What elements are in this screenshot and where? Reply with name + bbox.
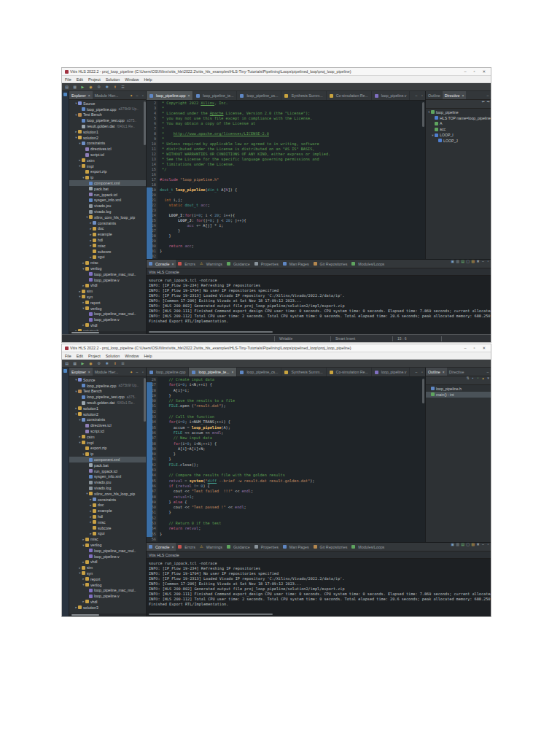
cosimulation-icon[interactable]: ✱ [105, 85, 109, 89]
minimize-panel-icon[interactable]: – [481, 543, 485, 546]
pin-console-icon[interactable]: ✖ [476, 260, 480, 263]
tree-item-test-bench[interactable]: ▾Test Bench [69, 389, 146, 395]
tree-item-run-ippack.tcl[interactable]: run_ippack.tcl [69, 468, 146, 474]
tree-item-loop-pipeline-test.cpp[interactable]: loop_pipeline_test.cppa375.. [69, 394, 146, 400]
tree-item-source[interactable]: ▾Source [69, 377, 146, 383]
new-console-icon[interactable]: ▣ [451, 260, 454, 263]
explorer-vscrollbar[interactable] [144, 378, 146, 422]
tree-item-component.xml[interactable]: component.xml [69, 180, 146, 186]
editor-tab-loop-pipeline.v[interactable]: loop_pipeline.v [372, 91, 411, 100]
close-button[interactable]: ✕ [478, 69, 489, 74]
tree-item-doc[interactable]: ▸doc [69, 503, 146, 508]
minimize-panel-icon[interactable]: – [485, 91, 491, 99]
tree-item-doc[interactable]: ▸doc [69, 226, 146, 232]
tree-item-xgui[interactable]: ▸xgui [69, 531, 146, 537]
sort-icon[interactable]: ⇅ [466, 376, 470, 380]
tree-item-csim[interactable]: ▸csim [69, 434, 146, 440]
tree-item-syn[interactable]: ▾syn [69, 294, 146, 300]
console-tab-modules-loops[interactable]: Modules/Loops [349, 543, 386, 551]
console-tab-errors[interactable]: Errors [176, 260, 197, 268]
console-tab-git-repositories[interactable]: Git Repositories [311, 260, 350, 268]
menu-solution[interactable]: Solution [106, 77, 120, 82]
tree-item-hls-top-name-loop-pipeline[interactable]: HLS TOP name=loop_pipeline [426, 115, 491, 121]
pin-console-icon[interactable]: ✖ [476, 543, 480, 546]
cosimulation-icon[interactable]: ✱ [105, 362, 109, 365]
console-output[interactable]: source run_ippack.tcl -notraceINFO: [IP_… [147, 276, 491, 334]
scroll-lock-icon[interactable]: ▢ [466, 543, 470, 546]
explorer-tab-module-hier-[interactable]: Module Hier... [93, 368, 121, 376]
tree-item-constraints[interactable]: ▸constraints [69, 220, 146, 226]
tree-item-loop-j[interactable]: LOOP_J [426, 138, 491, 144]
tree-item-export.zip[interactable]: export.zip [69, 446, 146, 452]
explorer-vscrollbar[interactable] [144, 101, 146, 145]
c-simulation-icon[interactable]: ◉ [89, 362, 93, 365]
editor-tab-loop-pipeline.cpp[interactable]: loop_pipeline.cpp [147, 368, 189, 376]
tree-item-solution1[interactable]: ▸solution1 [69, 129, 146, 135]
close-tab-icon[interactable]: × [88, 93, 90, 98]
console-tab-guidance[interactable]: Guidance [225, 543, 252, 551]
maximize-panel-icon[interactable]: ▫ [486, 260, 490, 263]
editor-vscrollbar[interactable] [422, 379, 424, 403]
tree-item-a[interactable]: A [426, 121, 491, 127]
close-button[interactable]: ✕ [478, 346, 489, 350]
explorer-tab-module-hier-[interactable]: Module Hier... [93, 91, 121, 99]
view-menu-icon[interactable]: ✦ [128, 368, 134, 376]
minimize-panel-icon[interactable]: – [134, 91, 140, 99]
tree-item-loop-pipeline-test.cpp[interactable]: loop_pipeline_test.cppa375.. [69, 117, 146, 123]
maximize-panel-icon[interactable]: ▫ [486, 543, 490, 546]
explorer-hscrollbar[interactable] [69, 331, 146, 334]
menu-window[interactable]: Window [125, 77, 139, 82]
tree-item-verilog[interactable]: ▾verilog [69, 582, 146, 588]
tree-item-impl[interactable]: ▾impl [69, 163, 146, 169]
explorer-tab-explorer[interactable]: Explorer× [69, 91, 93, 99]
close-tab-icon[interactable]: × [88, 370, 90, 374]
maximize-button[interactable]: ▫ [470, 346, 478, 350]
editor-tab-loop-pipeline-cs...[interactable]: loop_pipeline_cs... [237, 91, 281, 100]
display-console-icon[interactable]: ▥ [456, 260, 459, 263]
tree-item-hdl[interactable]: ▸hdl [69, 514, 146, 519]
menu-edit[interactable]: Edit [77, 77, 83, 82]
tree-item-syn[interactable]: ▾syn [69, 570, 146, 576]
panel-tab-outline[interactable]: Outline [426, 91, 443, 99]
menu-file[interactable]: File [65, 354, 71, 358]
tree-item-test-bench[interactable]: ▾Test Bench [69, 112, 146, 118]
editor-tab-loop-pipeline-cs...[interactable]: loop_pipeline_cs... [237, 368, 281, 376]
menu-edit[interactable]: Edit [77, 354, 83, 358]
tree-item-export.zip[interactable]: export.zip [69, 169, 146, 175]
console-tab-properties[interactable]: Properties [252, 543, 281, 551]
view-layout-icon[interactable]: ☰ [121, 362, 125, 365]
clear-console-icon[interactable]: ▨ [471, 543, 475, 546]
tree-item-sysgen-info.xml[interactable]: sysgen_info.xml [69, 474, 146, 480]
back-icon[interactable]: ⬅ [481, 100, 485, 104]
console-tab-git-repositories[interactable]: Git Repositories [311, 543, 350, 551]
tree-item-example[interactable]: ▸example [69, 508, 146, 514]
tree-item-directives.tcl[interactable]: directives.tcl [69, 422, 146, 428]
view-menu-icon[interactable]: ✦ [128, 91, 134, 99]
menu-project[interactable]: Project [88, 354, 101, 358]
close-tab-icon[interactable]: × [171, 262, 174, 266]
menu-window[interactable]: Window [125, 354, 139, 358]
tree-item-loop-pipeline-mac-mul..[interactable]: loop_pipeline_mac_mul.. [69, 587, 146, 593]
tree-item-vhdl[interactable]: ▸vhdl [69, 322, 146, 328]
console-output[interactable]: source run_ippack.tcl -notraceINFO: [IP_… [147, 559, 491, 616]
menu-file[interactable]: File [65, 77, 71, 82]
console-tab-console[interactable]: Console× [147, 543, 176, 551]
tree-item-loop-pipeline[interactable]: ▾loop_pipeline [426, 109, 491, 115]
close-tab-icon[interactable]: × [232, 370, 234, 374]
tree-item-constraints[interactable]: ▾constraints [69, 141, 146, 147]
console-tab-man-pages[interactable]: Man Pages [281, 260, 311, 268]
console-hscrollbar[interactable] [149, 614, 273, 615]
tree-item-example[interactable]: ▸example [69, 231, 146, 237]
editor-tab-loop-pipeline.v[interactable]: loop_pipeline.v [372, 368, 411, 376]
tree-item-directives.tcl[interactable]: directives.tcl [69, 146, 146, 152]
editor-tab-co-simulation-re...[interactable]: Co-simulation Re... [327, 91, 372, 100]
editor-tab-loop-pipeline-te...[interactable]: loop_pipeline_te...× [189, 368, 237, 376]
new-file-icon[interactable]: ▤ [65, 85, 69, 89]
editor-tab-synthesis-summ...[interactable]: Synthesis Summ... [281, 91, 326, 100]
save-icon[interactable]: ▦ [73, 362, 77, 365]
tree-item-xilinx-com-hls-loop-pip[interactable]: ▾xilinx_com_hls_loop_pip [69, 491, 146, 497]
forward-icon[interactable]: ➡ [486, 100, 490, 104]
tree-item-loop-pipeline.v[interactable]: loop_pipeline.v [69, 593, 146, 599]
minimize-panel-icon[interactable]: – [413, 368, 419, 376]
tree-item-result.golden.dat[interactable]: result.golden.datf040c1 Re.. [69, 123, 146, 129]
